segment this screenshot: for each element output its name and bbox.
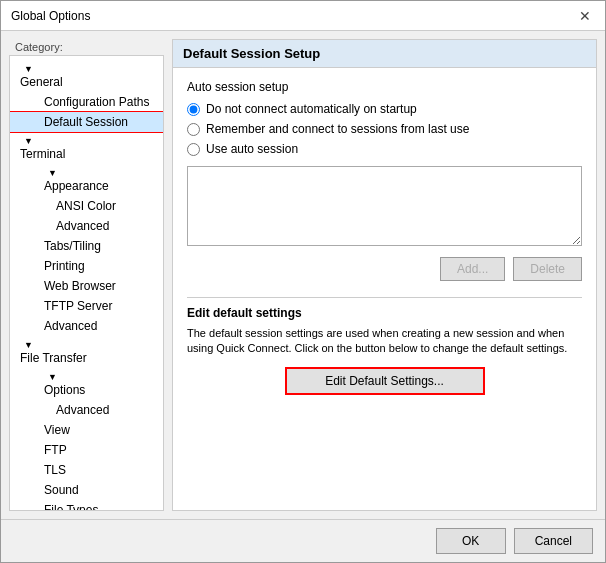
sidebar-item-label-web-browser: Web Browser xyxy=(40,278,163,294)
sidebar-item-label-configuration-paths: Configuration Paths xyxy=(40,94,163,110)
radio-input-remember[interactable] xyxy=(187,123,200,136)
sidebar-item-label-terminal: ▼Terminal xyxy=(16,134,163,162)
global-options-dialog: Global Options ✕ Category: ▼GeneralConfi… xyxy=(0,0,606,563)
auto-session-label: Auto session setup xyxy=(187,80,582,94)
ok-button[interactable]: OK xyxy=(436,528,506,554)
title-bar: Global Options ✕ xyxy=(1,1,605,31)
edit-default-desc: The default session settings are used wh… xyxy=(187,326,582,357)
sidebar-item-default-session[interactable]: Default Session xyxy=(10,112,163,132)
sidebar-item-tls[interactable]: TLS xyxy=(10,460,163,480)
dialog-body: Category: ▼GeneralConfiguration PathsDef… xyxy=(1,31,605,519)
sidebar-item-general[interactable]: ▼General xyxy=(10,60,163,92)
sidebar-item-label-general: ▼General xyxy=(16,62,163,90)
session-list-box[interactable] xyxy=(187,166,582,246)
edit-default-section: Edit default settings The default sessio… xyxy=(187,306,582,395)
panel-content: Auto session setup Do not connect automa… xyxy=(173,68,596,510)
sidebar-item-label-file-types: File Types xyxy=(40,502,163,511)
category-label: Category: xyxy=(9,39,164,55)
sidebar-item-ftp[interactable]: FTP xyxy=(10,440,163,460)
sidebar-item-printing[interactable]: Printing xyxy=(10,256,163,276)
sidebar-item-label-advanced-ft: Advanced xyxy=(52,402,163,418)
expand-icon-general: ▼ xyxy=(20,63,157,75)
expand-icon-terminal: ▼ xyxy=(20,135,157,147)
sidebar-item-file-transfer[interactable]: ▼File Transfer xyxy=(10,336,163,368)
dialog-title: Global Options xyxy=(11,9,90,23)
add-button[interactable]: Add... xyxy=(440,257,505,281)
sidebar-item-label-view: View xyxy=(40,422,163,438)
dialog-footer: OK Cancel xyxy=(1,519,605,562)
sidebar-item-appearance[interactable]: ▼Appearance xyxy=(10,164,163,196)
radio-item-auto[interactable]: Use auto session xyxy=(187,142,582,156)
sidebar-item-label-ftp: FTP xyxy=(40,442,163,458)
sidebar-item-label-file-transfer: ▼File Transfer xyxy=(16,338,163,366)
section-divider xyxy=(187,297,582,298)
sidebar-item-terminal[interactable]: ▼Terminal xyxy=(10,132,163,164)
sidebar: ▼GeneralConfiguration PathsDefault Sessi… xyxy=(9,55,164,511)
radio-input-no-connect[interactable] xyxy=(187,103,200,116)
sidebar-item-label-tls: TLS xyxy=(40,462,163,478)
sidebar-item-label-advanced-terminal2: Advanced xyxy=(40,318,163,334)
sidebar-item-advanced-ft[interactable]: Advanced xyxy=(10,400,163,420)
sidebar-item-label-default-session: Default Session xyxy=(40,114,163,130)
expand-icon-appearance: ▼ xyxy=(44,167,157,179)
sidebar-item-web-browser[interactable]: Web Browser xyxy=(10,276,163,296)
edit-default-title: Edit default settings xyxy=(187,306,582,320)
panel-header: Default Session Setup xyxy=(173,40,596,68)
edit-default-settings-button[interactable]: Edit Default Settings... xyxy=(285,367,485,395)
expand-icon-options: ▼ xyxy=(44,371,157,383)
sidebar-item-advanced-terminal[interactable]: Advanced xyxy=(10,216,163,236)
sidebar-item-sound[interactable]: Sound xyxy=(10,480,163,500)
cancel-button[interactable]: Cancel xyxy=(514,528,593,554)
sidebar-item-tftp-server[interactable]: TFTP Server xyxy=(10,296,163,316)
sidebar-item-label-appearance: ▼Appearance xyxy=(40,166,163,194)
sidebar-item-ansi-color[interactable]: ANSI Color xyxy=(10,196,163,216)
sidebar-item-label-tabs-tiling: Tabs/Tiling xyxy=(40,238,163,254)
delete-button[interactable]: Delete xyxy=(513,257,582,281)
sidebar-item-label-sound: Sound xyxy=(40,482,163,498)
sidebar-item-label-advanced-terminal: Advanced xyxy=(52,218,163,234)
sidebar-item-view[interactable]: View xyxy=(10,420,163,440)
radio-item-remember[interactable]: Remember and connect to sessions from la… xyxy=(187,122,582,136)
sidebar-item-label-printing: Printing xyxy=(40,258,163,274)
sidebar-item-label-options: ▼Options xyxy=(40,370,163,398)
sidebar-item-advanced-terminal2[interactable]: Advanced xyxy=(10,316,163,336)
sidebar-item-file-types[interactable]: File Types xyxy=(10,500,163,511)
radio-input-auto[interactable] xyxy=(187,143,200,156)
radio-item-no-connect[interactable]: Do not connect automatically on startup xyxy=(187,102,582,116)
sidebar-item-options[interactable]: ▼Options xyxy=(10,368,163,400)
main-panel: Default Session Setup Auto session setup… xyxy=(172,39,597,511)
close-button[interactable]: ✕ xyxy=(575,6,595,26)
auto-session-radio-group: Do not connect automatically on startupR… xyxy=(187,102,582,156)
add-delete-row: Add... Delete xyxy=(187,257,582,281)
expand-icon-file-transfer: ▼ xyxy=(20,339,157,351)
sidebar-item-tabs-tiling[interactable]: Tabs/Tiling xyxy=(10,236,163,256)
sidebar-item-label-tftp-server: TFTP Server xyxy=(40,298,163,314)
sidebar-item-label-ansi-color: ANSI Color xyxy=(52,198,163,214)
sidebar-item-configuration-paths[interactable]: Configuration Paths xyxy=(10,92,163,112)
